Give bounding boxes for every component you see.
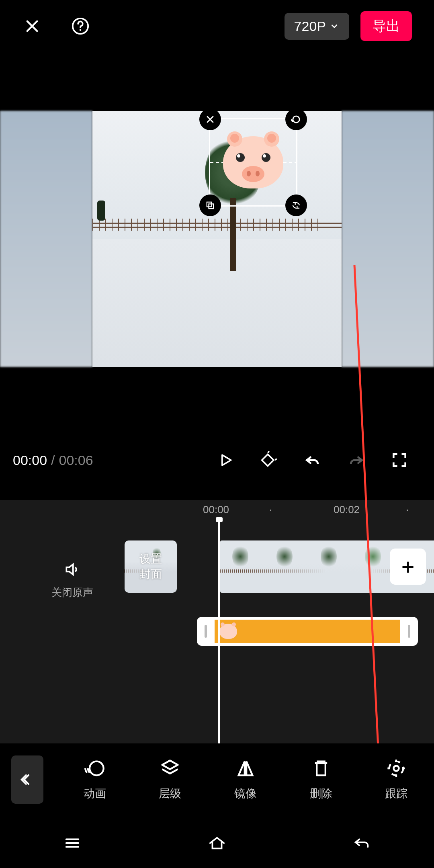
tool-layer[interactable]: 层级 [133,758,208,801]
pig-sticker[interactable] [223,136,283,188]
sticker-track-handle-right[interactable] [400,617,418,646]
cover-label-2: 封面 [139,567,162,582]
preview-video [92,111,342,367]
preview-blur-right [342,111,434,367]
video-preview[interactable] [0,111,434,367]
tool-delete[interactable]: 删除 [283,758,359,801]
add-clip-button[interactable]: + [390,549,426,585]
cover-label-1: 设置 [139,551,162,567]
export-label: 导出 [373,18,400,33]
svg-point-7 [394,766,399,771]
redo-button[interactable] [346,450,366,471]
total-time: 00:06 [59,452,93,468]
tool-delete-label: 删除 [310,786,332,801]
time-separator: / [51,452,55,468]
keyframe-button[interactable] [259,450,280,471]
tool-track[interactable]: 跟踪 [358,758,434,801]
tool-track-label: 跟踪 [385,786,407,801]
sticker-track[interactable] [197,617,418,646]
ruler-dot: · [269,504,272,516]
set-cover-button[interactable]: 设置 封面 [125,540,177,593]
timeline[interactable]: 00:00 · 00:02 · 关闭原声 设置 封面 + [0,500,434,764]
sticker-rotate-handle[interactable] [285,194,307,216]
sticker-selection-box[interactable] [209,118,297,207]
sticker-track-thumb [219,624,237,639]
play-button[interactable] [215,450,236,471]
sys-back-button[interactable] [352,834,371,854]
undo-button[interactable] [302,450,323,471]
playhead[interactable] [218,520,220,755]
export-button[interactable]: 导出 [360,11,412,41]
tool-mirror-label: 镜像 [234,786,257,801]
sticker-track-handle-left[interactable] [197,617,215,646]
svg-point-8 [389,762,403,776]
add-icon: + [401,554,415,580]
svg-point-1 [80,29,82,31]
timeline-ruler[interactable]: 00:00 · 00:02 · [0,500,434,519]
resolution-selector[interactable]: 720P [285,13,349,40]
sticker-delete-handle[interactable] [199,111,221,130]
preview-blur-left [0,111,92,367]
sticker-copy-handle[interactable] [199,194,221,216]
ruler-dot: · [406,504,409,516]
sys-menu-button[interactable] [63,834,82,854]
help-button[interactable] [70,16,90,36]
close-button[interactable] [22,16,42,36]
fullscreen-button[interactable] [389,450,410,471]
ruler-mark-0: 00:00 [203,504,229,516]
tool-animation[interactable]: 动画 [57,758,133,801]
current-time: 00:00 [13,452,47,468]
tool-back-button[interactable] [11,755,43,804]
mute-label: 关闭原声 [48,585,96,600]
tool-layer-label: 层级 [159,786,181,801]
mute-audio-button[interactable]: 关闭原声 [48,561,96,600]
svg-point-6 [90,762,104,776]
sys-home-button[interactable] [208,834,226,854]
tool-animation-label: 动画 [84,786,106,801]
ruler-mark-2: 00:02 [334,504,360,516]
resolution-label: 720P [294,18,326,34]
tool-mirror[interactable]: 镜像 [208,758,283,801]
